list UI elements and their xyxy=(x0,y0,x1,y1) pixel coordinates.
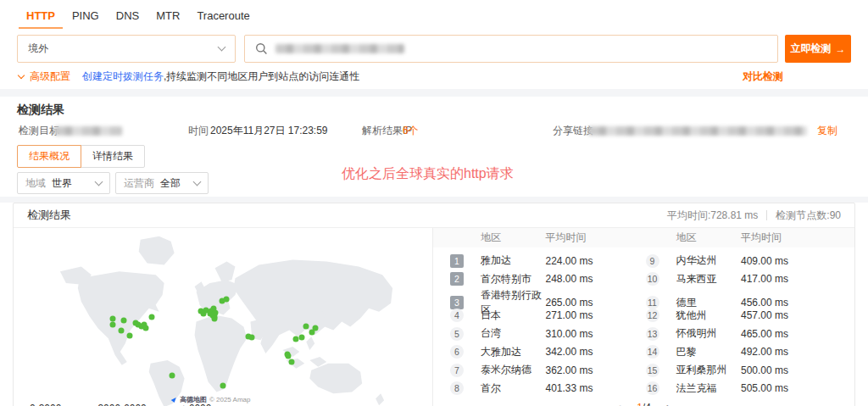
share-link-label: 分享链接 xyxy=(553,122,593,139)
section-divider xyxy=(0,197,868,203)
tab-mtr[interactable]: MTR xyxy=(156,9,180,29)
rank-badge: 7 xyxy=(450,364,464,377)
total-pages: /4 xyxy=(643,402,651,406)
map-node-dot xyxy=(169,372,175,378)
map-node-dot xyxy=(299,335,305,341)
region-col-header: 地区 xyxy=(676,231,742,245)
map-node-dot xyxy=(313,325,319,331)
detect-now-label: 立即检测 xyxy=(791,42,832,56)
time-col-header: 平均时间 xyxy=(546,231,646,245)
tab-ping[interactable]: PING xyxy=(72,9,99,29)
legend-label: 3000-6000ms xyxy=(97,403,159,406)
result-panel: 检测结果 平均时间:728.81 ms 检测节点数:90 xyxy=(13,203,855,406)
rank-badge: 11 xyxy=(646,296,659,309)
time-cell: 265.00 ms xyxy=(546,297,646,309)
map-node-dot xyxy=(285,353,291,359)
result-meta-section: 检测结果 检测目标 时间 2025年11月27日 17:23:59 解析结果IP… xyxy=(0,97,868,197)
map-node-dot xyxy=(142,325,148,331)
advanced-config-toggle[interactable]: 高级配置 xyxy=(30,70,70,84)
chevron-down-icon xyxy=(95,177,103,186)
region-cell: 法兰克福 xyxy=(676,381,742,396)
detect-now-button[interactable]: 立即检测 → xyxy=(785,35,851,63)
tab-http[interactable]: HTTP xyxy=(26,9,55,29)
resolved-ip-count[interactable]: 6个 xyxy=(403,122,419,139)
detect-target-input[interactable] xyxy=(244,35,778,63)
main-tabbar: HTTP PING DNS MTR Traceroute xyxy=(0,0,868,29)
time-cell: 224.00 ms xyxy=(546,255,646,267)
region-cell: 泰米尔纳德 xyxy=(481,363,546,377)
time-col-header: 平均时间 xyxy=(741,231,843,245)
region-scope-select[interactable]: 境外 xyxy=(17,35,236,63)
result-table: 地区 平均时间 地区 平均时间 1雅加达224.00 ms9内华达州409.00… xyxy=(432,228,854,406)
map-node-dot xyxy=(224,296,230,302)
chevron-down-icon xyxy=(193,177,202,186)
panel-body: 高德地图 © 2025 Amap 0-3000ms3000-6000ms>600… xyxy=(14,228,854,406)
table-header: 地区 平均时间 地区 平均时间 xyxy=(433,228,854,247)
tab-result-overview[interactable]: 结果概况 xyxy=(17,145,81,168)
result-tabs: 结果概况 详情结果 xyxy=(17,145,851,168)
result-info-row: 检测目标 时间 2025年11月27日 17:23:59 解析结果IP 6个 分… xyxy=(17,122,851,139)
result-section-title: 检测结果 xyxy=(17,97,851,118)
node-count-stat: 检测节点数:90 xyxy=(776,209,841,223)
chevron-down-icon xyxy=(18,71,25,78)
map-node-dot xyxy=(288,359,294,364)
time-cell: 401.33 ms xyxy=(546,382,646,394)
legend-item: >6000ms xyxy=(173,403,225,406)
annotation-text: 优化之后全球真实的http请求 xyxy=(342,165,514,183)
rank-badge: 1 xyxy=(450,254,464,268)
region-col-header: 地区 xyxy=(481,231,546,245)
rank-badge: 12 xyxy=(646,309,659,322)
region-filter-label: 地域 xyxy=(25,176,46,191)
tab-traceroute[interactable]: Traceroute xyxy=(197,9,249,29)
panel-stats: 平均时间:728.81 ms 检测节点数:90 xyxy=(667,209,841,223)
map-legend: 0-3000ms3000-6000ms>6000ms xyxy=(19,403,225,406)
search-row: 境外 立即检测 → xyxy=(0,29,868,63)
scheduled-task-desc: ,持续监测不同地区用户到站点的访问连通性 xyxy=(164,70,359,84)
advanced-row: 高级配置 创建定时拨测任务 ,持续监测不同地区用户到站点的访问连通性 对比检测 xyxy=(0,63,868,83)
isp-filter-select[interactable]: 运营商 全部 xyxy=(115,172,209,194)
time-cell: 492.00 ms xyxy=(741,346,843,358)
next-page-button[interactable]: › xyxy=(666,400,671,406)
tab-result-detail[interactable]: 详情结果 xyxy=(81,145,145,168)
time-cell: 362.00 ms xyxy=(546,364,646,376)
time-cell: 456.00 ms xyxy=(741,297,843,309)
time-cell: 505.00 ms xyxy=(741,382,843,394)
map-node-dot xyxy=(303,324,309,330)
table-row: 7泰米尔纳德362.00 ms15亚利桑那州500.00 ms xyxy=(433,361,854,380)
chevron-down-icon xyxy=(218,43,226,52)
tab-dns[interactable]: DNS xyxy=(116,9,139,29)
avg-time-stat: 平均时间:728.81 ms xyxy=(667,209,758,223)
table-row: 1雅加达224.00 ms9内华达州409.00 ms xyxy=(433,252,854,270)
panel-header: 检测结果 平均时间:728.81 ms 检测节点数:90 xyxy=(14,203,854,228)
target-label: 检测目标 xyxy=(19,122,59,139)
table-row: 5台湾310.00 ms13怀俄明州465.00 ms xyxy=(433,325,854,343)
prev-page-button[interactable]: ‹ xyxy=(616,400,621,406)
region-filter-select[interactable]: 地域 世界 xyxy=(17,172,110,194)
region-cell: 首尔特别市 xyxy=(481,272,546,286)
map-node-dot xyxy=(120,318,126,324)
isp-filter-label: 运营商 xyxy=(124,176,154,191)
create-scheduled-task-link[interactable]: 创建定时拨测任务 xyxy=(82,70,164,84)
search-icon xyxy=(255,42,268,55)
time-cell: 342.00 ms xyxy=(546,346,646,358)
rank-badge: 15 xyxy=(646,364,659,377)
map-node-dot xyxy=(118,328,124,334)
section-divider xyxy=(0,89,868,97)
rank-badge: 10 xyxy=(646,272,659,286)
region-cell: 马来西亚 xyxy=(676,272,742,286)
time-cell: 500.00 ms xyxy=(741,364,843,376)
table-row: 3香港特别行政区265.00 ms11德里456.00 ms xyxy=(433,288,854,307)
time-cell: 310.00 ms xyxy=(546,328,646,340)
table-row: 4日本271.00 ms12犹他州457.00 ms xyxy=(433,307,854,325)
map-node-dot xyxy=(211,316,217,322)
redacted-query-value xyxy=(275,44,404,53)
region-cell: 亚利桑那州 xyxy=(676,363,742,377)
copy-button[interactable]: 复制 xyxy=(817,122,837,139)
region-cell: 台湾 xyxy=(481,326,546,341)
compare-detect-link[interactable]: 对比检测 xyxy=(743,70,783,84)
region-cell: 日本 xyxy=(481,309,546,323)
map-node-dot xyxy=(248,335,254,341)
region-cell: 巴黎 xyxy=(676,345,742,359)
redacted-target-value xyxy=(54,126,122,136)
page-indicator: 1/4 xyxy=(637,402,651,406)
